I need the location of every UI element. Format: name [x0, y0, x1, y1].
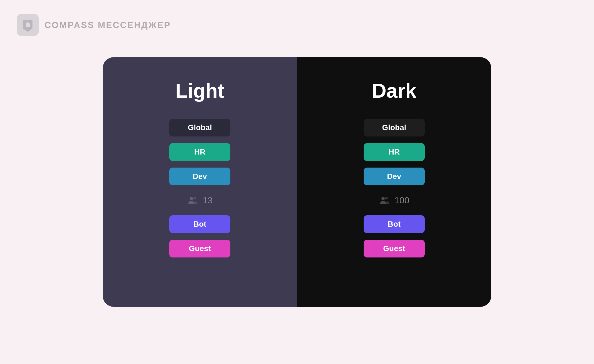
light-dev-badge[interactable]: Dev — [169, 168, 230, 185]
dark-panel-title: Dark — [372, 79, 416, 102]
light-panel: Light Global HR Dev 13 B — [103, 57, 297, 307]
light-hr-badge[interactable]: HR — [169, 143, 230, 161]
members-icon — [187, 195, 198, 206]
logo-icon — [17, 14, 39, 36]
dark-dev-badge[interactable]: Dev — [364, 168, 425, 185]
dark-panel: Dark Global HR Dev 100 B — [297, 57, 491, 307]
light-panel-title: Light — [175, 79, 224, 102]
compass-logo-svg — [21, 18, 35, 32]
light-members-count: 13 — [203, 195, 213, 206]
svg-point-1 — [193, 197, 196, 199]
dark-members-count: 100 — [394, 195, 409, 206]
light-global-badge[interactable]: Global — [169, 119, 230, 136]
light-guest-badge[interactable]: Guest — [169, 240, 230, 257]
light-bot-badge[interactable]: Bot — [169, 215, 230, 233]
header: COMPASS МЕССЕНДЖЕР — [0, 0, 187, 50]
dark-members-icon — [379, 195, 390, 206]
dark-badges-container: Global HR Dev 100 Bot G — [308, 119, 480, 257]
light-badges-container: Global HR Dev 13 Bot Gu — [114, 119, 286, 257]
dark-bot-badge[interactable]: Bot — [364, 215, 425, 233]
comparison-card: Light Global HR Dev 13 B — [103, 57, 491, 307]
logo-text: COMPASS МЕССЕНДЖЕР — [44, 20, 171, 30]
svg-point-2 — [381, 197, 385, 200]
dark-global-badge[interactable]: Global — [364, 119, 425, 136]
dark-guest-badge[interactable]: Guest — [364, 240, 425, 257]
dark-hr-badge[interactable]: HR — [364, 143, 425, 161]
svg-point-3 — [385, 197, 388, 199]
svg-point-0 — [190, 197, 193, 200]
dark-members-row: 100 — [379, 192, 409, 209]
light-members-row: 13 — [187, 192, 213, 209]
